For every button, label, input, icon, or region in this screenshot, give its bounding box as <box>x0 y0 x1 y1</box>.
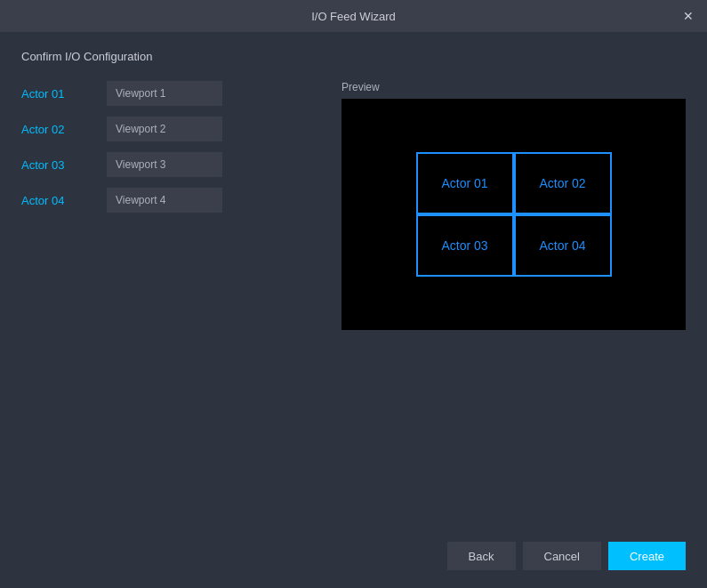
actor-row: Actor 01 <box>21 81 324 106</box>
preview-grid: Actor 01Actor 02Actor 03Actor 04 <box>416 152 612 277</box>
dialog-content: Confirm I/O Configuration Actor 01Actor … <box>0 32 707 531</box>
close-icon: ✕ <box>683 9 694 23</box>
actor-row: Actor 03 <box>21 152 324 177</box>
actor-list: Actor 01Actor 02Actor 03Actor 04 <box>21 81 324 213</box>
dialog-title: I/O Feed Wizard <box>311 10 396 23</box>
main-area: Actor 01Actor 02Actor 03Actor 04 Preview… <box>21 81 686 513</box>
preview-cell-3: Actor 03 <box>416 214 514 277</box>
actor-row: Actor 02 <box>21 117 324 141</box>
viewport-input-2[interactable] <box>107 117 222 141</box>
right-panel: Preview Actor 01Actor 02Actor 03Actor 04 <box>341 81 686 513</box>
preview-cell-4: Actor 04 <box>514 214 612 277</box>
viewport-input-3[interactable] <box>107 152 222 177</box>
left-panel: Actor 01Actor 02Actor 03Actor 04 <box>21 81 324 513</box>
back-button[interactable]: Back <box>447 542 516 570</box>
preview-cell-1: Actor 01 <box>416 152 514 214</box>
cancel-button[interactable]: Cancel <box>523 542 601 570</box>
actor-label-3: Actor 03 <box>21 158 92 172</box>
preview-area: Actor 01Actor 02Actor 03Actor 04 <box>341 99 686 330</box>
actor-label-4: Actor 04 <box>21 194 92 207</box>
actor-row: Actor 04 <box>21 188 324 213</box>
actor-label-2: Actor 02 <box>21 123 92 136</box>
preview-label: Preview <box>341 81 686 93</box>
create-button[interactable]: Create <box>608 542 686 570</box>
footer: Back Cancel Create <box>0 531 707 588</box>
section-title: Confirm I/O Configuration <box>21 50 686 63</box>
viewport-input-4[interactable] <box>107 188 222 213</box>
dialog: I/O Feed Wizard ✕ Confirm I/O Configurat… <box>0 0 707 588</box>
viewport-input-1[interactable] <box>107 81 222 106</box>
title-bar: I/O Feed Wizard ✕ <box>0 0 707 32</box>
close-button[interactable]: ✕ <box>680 8 696 24</box>
preview-cell-2: Actor 02 <box>514 152 612 214</box>
actor-label-1: Actor 01 <box>21 87 92 101</box>
